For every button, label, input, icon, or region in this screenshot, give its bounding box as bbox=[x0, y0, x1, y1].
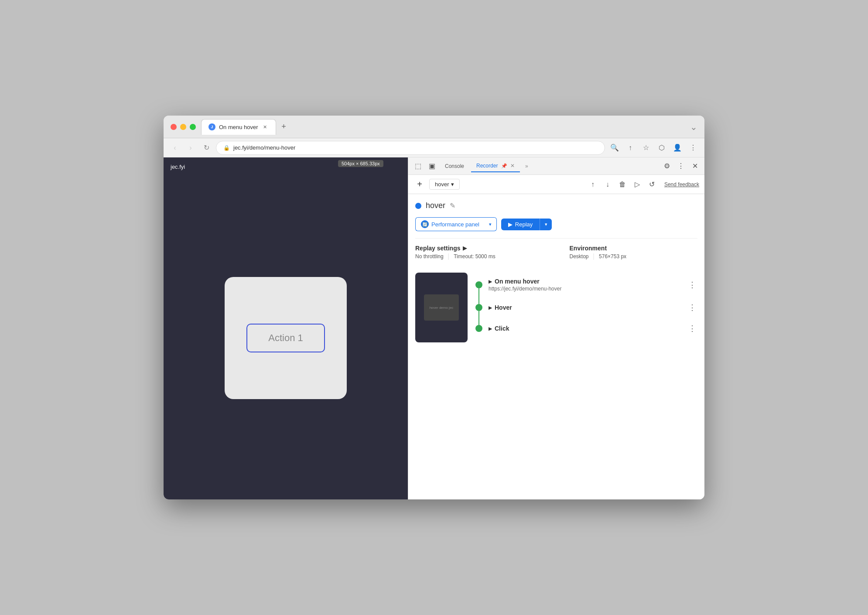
maximize-window-button[interactable] bbox=[190, 124, 196, 130]
replay-button-group: ▶ Replay ▾ bbox=[501, 219, 552, 230]
recording-thumbnail: hover demo jec bbox=[415, 273, 468, 342]
replay-settings-icon-btn[interactable]: ↺ bbox=[646, 178, 658, 191]
recording-header: hover ✎ bbox=[415, 201, 697, 210]
step-title-3[interactable]: ▶ Click bbox=[489, 325, 682, 332]
step-dot-1 bbox=[475, 281, 482, 288]
browser-content: jec.fyi 504px × 685.33px Action 1 ⬚ ▣ Co… bbox=[164, 157, 704, 499]
extensions-icon[interactable]: ⬡ bbox=[656, 142, 668, 154]
performance-panel-group: 🔄 Performance panel ▾ bbox=[415, 217, 497, 231]
replay-label: Replay bbox=[515, 221, 533, 228]
devtools-toolbar: ⬚ ▣ Console Recorder 📌 ✕ » ⚙ ⋮ ✕ bbox=[408, 157, 704, 175]
step-connector bbox=[475, 281, 483, 288]
recording-status-dot bbox=[415, 203, 421, 209]
devtools-settings-button[interactable]: ⚙ bbox=[661, 160, 673, 172]
recording-title: hover bbox=[426, 201, 445, 210]
send-feedback-link[interactable]: Send feedback bbox=[664, 181, 699, 188]
devtools-toolbar-right: ⚙ ⋮ ✕ bbox=[661, 160, 701, 172]
recording-list: hover demo jec bbox=[415, 269, 697, 346]
action-buttons-row: 🔄 Performance panel ▾ ▶ Replay ▾ bbox=[415, 217, 697, 231]
step-item-2: ▶ Hover ⋮ bbox=[475, 297, 697, 318]
step-item-3: ▶ Click ⋮ bbox=[475, 318, 697, 339]
settings-col-left: Replay settings ▶ No throttling │ Timeou… bbox=[415, 245, 543, 260]
browser-window: J On menu hover ✕ + ⌄ ‹ › ↻ 🔒 jec.fyi/de… bbox=[164, 116, 704, 499]
address-input[interactable]: 🔒 jec.fyi/demo/menu-hover bbox=[216, 141, 605, 155]
tab-close-button[interactable]: ✕ bbox=[262, 123, 269, 130]
recorder-toolbar: + hover ▾ ↑ ↓ 🗑 ▷ ↺ Send feedback bbox=[408, 175, 704, 194]
step-content-3: ▶ Click bbox=[489, 325, 682, 332]
close-window-button[interactable] bbox=[171, 124, 177, 130]
active-tab[interactable]: J On menu hover ✕ bbox=[201, 119, 276, 135]
profile-icon[interactable]: 👤 bbox=[671, 142, 683, 154]
recorder-tab-close[interactable]: ✕ bbox=[510, 163, 515, 169]
recording-selector[interactable]: hover ▾ bbox=[429, 179, 460, 190]
forward-button[interactable]: › bbox=[185, 142, 197, 154]
recorder-content: hover ✎ 🔄 Performance panel ▾ ▶ bbox=[408, 194, 704, 499]
performance-panel-dropdown[interactable]: ▾ bbox=[485, 217, 497, 231]
add-recording-button[interactable]: + bbox=[413, 178, 426, 191]
address-bar: ‹ › ↻ 🔒 jec.fyi/demo/menu-hover 🔍 ↑ ☆ ⬡ … bbox=[164, 138, 704, 157]
device-toggle-button[interactable]: ▣ bbox=[426, 160, 438, 172]
step-title-2[interactable]: ▶ Hover bbox=[489, 304, 682, 311]
step-connector-2 bbox=[475, 304, 483, 311]
step-expand-2: ▶ bbox=[489, 305, 492, 310]
page-content-area: Action 1 bbox=[164, 176, 408, 499]
import-button[interactable]: ↓ bbox=[601, 178, 614, 191]
slow-replay-button[interactable]: ▷ bbox=[631, 178, 643, 191]
step-menu-button-1[interactable]: ⋮ bbox=[687, 280, 697, 290]
environment-title: Environment bbox=[570, 245, 698, 252]
tab-recorder[interactable]: Recorder 📌 ✕ bbox=[471, 160, 520, 172]
thumb-text: hover demo jec bbox=[430, 306, 454, 310]
back-button[interactable]: ‹ bbox=[169, 142, 181, 154]
action-button[interactable]: Action 1 bbox=[246, 324, 325, 352]
search-icon[interactable]: 🔍 bbox=[608, 142, 621, 154]
step-menu-button-2[interactable]: ⋮ bbox=[687, 302, 697, 313]
performance-panel-button[interactable]: 🔄 Performance panel bbox=[415, 217, 485, 231]
page-viewport: jec.fyi 504px × 685.33px Action 1 bbox=[164, 157, 408, 499]
tab-title: On menu hover bbox=[219, 124, 258, 130]
environment-detail: Desktop │ 576×753 px bbox=[570, 253, 698, 260]
bookmark-icon[interactable]: ☆ bbox=[640, 142, 652, 154]
replay-settings-title[interactable]: Replay settings ▶ bbox=[415, 245, 543, 252]
minimize-window-button[interactable] bbox=[180, 124, 186, 130]
more-tabs-button[interactable]: » bbox=[522, 161, 532, 171]
tab-bar: J On menu hover ✕ + bbox=[201, 119, 685, 135]
thumb-inner: hover demo jec bbox=[424, 294, 459, 321]
replay-settings-section: Replay settings ▶ No throttling │ Timeou… bbox=[415, 238, 697, 266]
window-chevron: ⌄ bbox=[690, 122, 697, 132]
replay-button[interactable]: ▶ Replay bbox=[501, 219, 540, 230]
devtools-close-button[interactable]: ✕ bbox=[689, 160, 701, 172]
replay-dropdown-button[interactable]: ▾ bbox=[540, 219, 552, 230]
step-content-1: ▶ On menu hover https://jec.fyi/demo/men… bbox=[489, 278, 682, 292]
recording-steps: ▶ On menu hover https://jec.fyi/demo/men… bbox=[475, 273, 697, 342]
title-bar: J On menu hover ✕ + ⌄ bbox=[164, 116, 704, 138]
step-expand-1: ▶ bbox=[489, 279, 492, 284]
performance-icon: 🔄 bbox=[421, 220, 429, 228]
refresh-button[interactable]: ↻ bbox=[200, 142, 212, 154]
step-item: ▶ On menu hover https://jec.fyi/demo/men… bbox=[475, 273, 697, 297]
recorder-actions: ↑ ↓ 🗑 ▷ ↺ Send feedback bbox=[587, 178, 699, 191]
action-card: Action 1 bbox=[225, 277, 347, 399]
settings-detail: No throttling │ Timeout: 5000 ms bbox=[415, 253, 543, 260]
step-menu-button-3[interactable]: ⋮ bbox=[687, 323, 697, 334]
tab-console[interactable]: Console bbox=[440, 161, 469, 172]
step-expand-3: ▶ bbox=[489, 326, 492, 331]
settings-col-right: Environment Desktop │ 576×753 px bbox=[570, 245, 698, 260]
step-subtitle-1: https://jec.fyi/demo/menu-hover bbox=[489, 286, 682, 292]
dimension-badge: 504px × 685.33px bbox=[338, 160, 383, 167]
share-icon[interactable]: ↑ bbox=[624, 142, 636, 154]
inspect-element-button[interactable]: ⬚ bbox=[412, 160, 424, 172]
settings-row: Replay settings ▶ No throttling │ Timeou… bbox=[415, 245, 697, 260]
new-tab-button[interactable]: + bbox=[278, 121, 290, 133]
step-dot-3 bbox=[475, 325, 482, 332]
export-button[interactable]: ↑ bbox=[587, 178, 599, 191]
devtools-more-button[interactable]: ⋮ bbox=[675, 160, 687, 172]
menu-button[interactable]: ⋮ bbox=[687, 142, 699, 154]
devtools-panel: ⬚ ▣ Console Recorder 📌 ✕ » ⚙ ⋮ ✕ + bbox=[408, 157, 704, 499]
settings-expand-arrow: ▶ bbox=[463, 245, 467, 251]
step-content-2: ▶ Hover bbox=[489, 304, 682, 311]
step-title-1[interactable]: ▶ On menu hover bbox=[489, 278, 682, 285]
traffic-lights bbox=[171, 124, 196, 130]
edit-title-button[interactable]: ✎ bbox=[450, 202, 455, 210]
delete-recording-button[interactable]: 🗑 bbox=[616, 178, 629, 191]
step-connector-3 bbox=[475, 325, 483, 332]
